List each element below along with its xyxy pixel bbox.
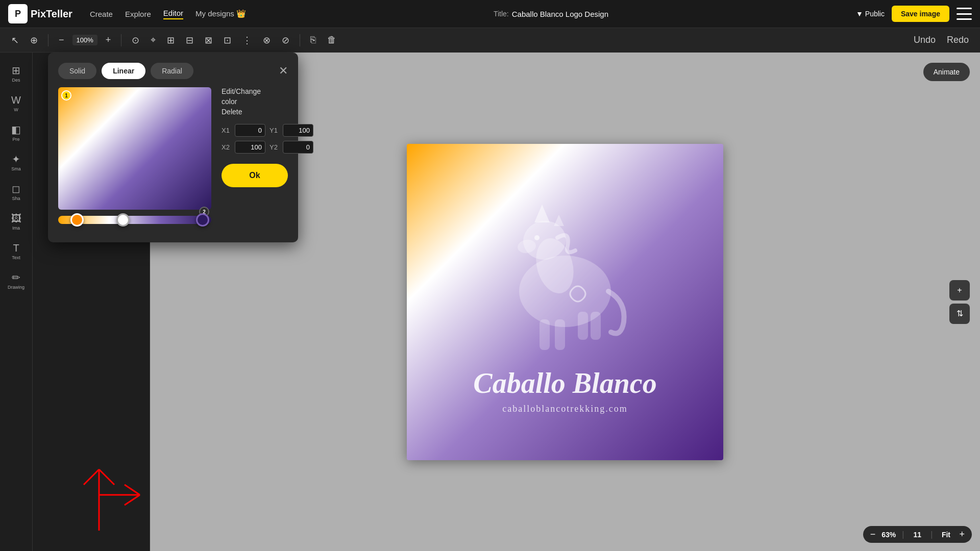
slider-thumb-orange[interactable] [70,213,84,227]
zoom-page: 11 [907,531,927,539]
sidebar-label-pre: Pre [12,137,19,142]
logo-main-text: Caballo Blanco [473,368,656,399]
ctrl-add-button[interactable]: + [949,280,970,300]
logo-area: P PixTeller [8,4,72,23]
svg-line-4 [125,485,140,495]
save-image-button[interactable]: Save image [892,6,949,22]
public-button[interactable]: ▼ Public [856,10,885,18]
tool-zoom-out[interactable]: − [56,33,67,47]
tool-4[interactable]: ⊟ [183,33,197,48]
zoom-plus-button[interactable]: + [959,529,965,540]
delete-label[interactable]: Delete [222,108,313,116]
sidebar-item-pre[interactable]: ◧ Pre [4,120,29,145]
sidebar-item-w[interactable]: W W [4,90,29,116]
undo-button[interactable]: Undo [911,33,939,47]
tab-solid[interactable]: Solid [58,63,96,79]
sidebar-label-sha: Sha [12,196,20,201]
coord-grid: X1 Y1 X2 Y2 [222,124,313,154]
nav-explore[interactable]: Explore [125,10,151,18]
slider-thumb-purple[interactable] [196,213,209,227]
svg-rect-13 [555,319,565,350]
dropdown-icon: ▼ [856,10,863,18]
unicorn-illustration [478,189,652,363]
close-dialog-button[interactable]: ✕ [279,65,288,77]
y1-input[interactable] [283,124,313,137]
zoom-display: 100% [72,35,97,45]
dialog-tab-row: Solid Linear Radial ✕ [58,63,288,79]
tool-cursor[interactable]: ↖ [8,33,22,48]
des-icon: ⊞ [12,64,20,77]
tool-5[interactable]: ⊠ [202,33,215,48]
ok-button[interactable]: Ok [222,164,288,187]
top-nav: P PixTeller Create Explore Editor My des… [0,0,980,28]
sidebar-item-sha[interactable]: ◻ Sha [4,179,29,205]
tool-delete[interactable]: 🗑 [324,33,339,47]
unicorn-svg [478,189,652,363]
sidebar-label-des: Des [12,78,20,83]
y1-label: Y1 [270,127,280,134]
slider-thumb-white[interactable] [116,213,130,227]
zoom-minus-button[interactable]: − [870,529,876,540]
sidebar-label-w: W [14,107,18,112]
left-panel: Solid Linear Radial ✕ 1 2 [33,53,150,551]
tab-radial[interactable]: Radial [151,63,193,79]
svg-line-2 [99,469,114,485]
tool-8[interactable]: ⊗ [260,33,274,48]
tool-zoom-in[interactable]: + [103,33,114,47]
tab-linear[interactable]: Linear [102,63,145,79]
hamburger-menu[interactable] [957,8,972,20]
sidebar-item-ima[interactable]: 🖼 Ima [4,209,29,234]
x1-label: X1 [222,127,232,134]
tool-9[interactable]: ⊘ [279,33,292,48]
gradient-canvas[interactable] [58,87,211,210]
zoom-separator: | [902,530,904,539]
nav-editor[interactable]: Editor [163,9,183,19]
right-controls: + ⇅ [949,280,970,324]
sidebar-item-drawing[interactable]: ✏ Drawing [4,268,29,293]
zoom-fit[interactable]: Fit [936,531,956,539]
toolbar-separator [48,34,48,46]
tool-1[interactable]: ⊙ [129,33,142,48]
tool-3[interactable]: ⊞ [164,33,178,48]
hamburger-line [957,13,972,15]
svg-marker-9 [534,205,550,222]
nav-create[interactable]: Create [90,10,113,18]
tool-copy[interactable]: ⎘ [307,33,319,47]
sha-icon: ◻ [12,183,20,195]
redo-button[interactable]: Redo [944,33,972,47]
sidebar-item-sma[interactable]: ✦ Sma [4,149,29,175]
nav-right: ▼ Public Save image [856,6,972,22]
toolbar-separator-3 [300,34,300,46]
animate-button[interactable]: Animate [923,63,970,81]
dialog-left: 1 2 [58,87,211,232]
svg-point-10 [534,235,540,240]
y1-row: Y1 [270,124,313,137]
tool-2[interactable]: ⌖ [148,33,159,47]
ctrl-swap-button[interactable]: ⇅ [949,304,970,324]
text-icon: T [13,242,19,254]
svg-rect-15 [591,312,601,340]
gradient-marker-1[interactable]: 1 [61,90,71,101]
x2-input[interactable] [235,141,265,154]
tool-7[interactable]: ⋮ [239,33,255,48]
nav-my-designs[interactable]: My designs 👑 [195,9,246,18]
design-background: Caballo Blanco caballoblancotrekking.com [407,144,723,460]
tool-6[interactable]: ⊡ [220,33,234,48]
color-dialog: Solid Linear Radial ✕ 1 2 [48,53,298,242]
title-label: Title: [494,10,509,18]
logo-sub-text: caballoblancotrekking.com [473,404,656,414]
edit-color-label: Edit/Change [222,87,313,95]
tool-crop[interactable]: ⊕ [27,33,41,48]
sidebar-item-text[interactable]: T Text [4,238,29,264]
y2-input[interactable] [283,141,313,154]
sidebar-item-des[interactable]: ⊞ Des [4,61,29,86]
sidebar-label-ima: Ima [12,226,20,231]
x2-label: X2 [222,143,232,151]
svg-rect-14 [578,312,588,340]
svg-marker-11 [554,215,564,226]
sidebar-label-text: Text [12,255,20,260]
logo-text-area: Caballo Blanco caballoblancotrekking.com [473,368,656,414]
svg-line-5 [125,495,140,505]
x1-input[interactable] [235,124,265,137]
app-logo-text: PixTeller [31,8,72,20]
